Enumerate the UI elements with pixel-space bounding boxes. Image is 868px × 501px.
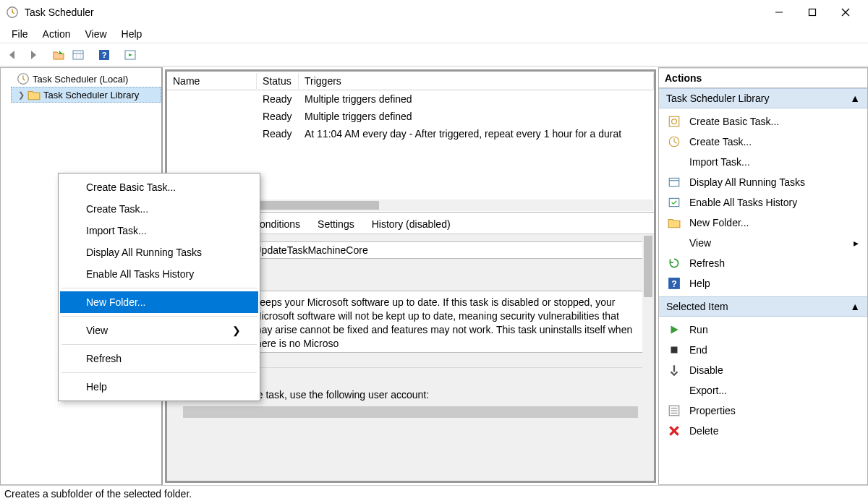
task-row[interactable]: Ready At 11:04 AM every day - After trig… xyxy=(167,125,654,142)
context-new-folder[interactable]: New Folder... xyxy=(60,291,258,313)
context-separator xyxy=(61,372,257,373)
svg-text:?: ? xyxy=(102,51,107,59)
actions-section-library[interactable]: Task Scheduler Library ▲ xyxy=(659,88,867,108)
actions-pane: Actions Task Scheduler Library ▲ Create … xyxy=(658,67,868,485)
folder-icon xyxy=(27,89,41,100)
action-view[interactable]: View▸ xyxy=(659,233,867,253)
context-menu: Create Basic Task... Create Task... Impo… xyxy=(58,173,260,401)
tree-root[interactable]: Task Scheduler (Local) xyxy=(1,71,161,87)
svg-rect-21 xyxy=(671,347,678,354)
tree-pane: Task Scheduler (Local) ❯ Task Scheduler … xyxy=(0,67,163,485)
status-bar: Creates a subfolder of the selected fold… xyxy=(0,485,868,501)
action-end[interactable]: End xyxy=(659,340,867,360)
end-icon xyxy=(668,343,681,356)
svg-rect-2 xyxy=(809,9,816,16)
context-separator xyxy=(61,344,257,345)
close-button[interactable] xyxy=(829,2,862,22)
help-icon: ? xyxy=(668,277,681,290)
context-import-task[interactable]: Import Task... xyxy=(60,220,258,241)
menu-file[interactable]: File xyxy=(4,26,35,42)
tree-library[interactable]: ❯ Task Scheduler Library xyxy=(11,87,161,103)
tab-settings[interactable]: Settings xyxy=(310,214,362,234)
task-row[interactable]: Ready Multiple triggers defined xyxy=(167,108,654,125)
toolbar: ? xyxy=(0,43,868,67)
app-icon xyxy=(6,6,19,19)
svg-text:?: ? xyxy=(671,279,677,289)
context-enable-history[interactable]: Enable All Tasks History xyxy=(60,263,258,285)
menu-view[interactable]: View xyxy=(77,26,114,42)
context-separator xyxy=(61,288,257,288)
action-new-folder[interactable]: New Folder... xyxy=(659,213,867,233)
description-value: Keeps your Microsoft software up to date… xyxy=(248,291,645,353)
display-running-icon xyxy=(668,176,681,189)
context-view[interactable]: View❯ xyxy=(60,320,258,341)
col-status[interactable]: Status xyxy=(257,73,299,89)
toolbar-folder-button[interactable] xyxy=(50,46,67,64)
action-enable-history[interactable]: Enable All Tasks History xyxy=(659,192,867,213)
chevron-right-icon[interactable]: ❯ xyxy=(16,90,26,100)
collapse-icon: ▲ xyxy=(850,93,860,104)
tab-history[interactable]: History (disabled) xyxy=(364,214,459,234)
tree-library-label: Task Scheduler Library xyxy=(43,90,139,100)
action-refresh[interactable]: Refresh xyxy=(659,253,867,273)
blank-icon xyxy=(668,236,681,249)
titlebar: Task Scheduler xyxy=(0,0,868,25)
disable-icon xyxy=(668,364,681,377)
context-display-running[interactable]: Display All Running Tasks xyxy=(60,241,258,263)
toolbar-help-button[interactable]: ? xyxy=(95,46,113,64)
status-text: Creates a subfolder of the selected fold… xyxy=(4,488,192,500)
col-name[interactable]: Name xyxy=(167,73,257,89)
menu-action[interactable]: Action xyxy=(35,26,78,42)
task-row[interactable]: Ready Multiple triggers defined xyxy=(167,90,654,108)
properties-icon xyxy=(668,404,681,417)
context-refresh[interactable]: Refresh xyxy=(60,348,258,369)
horizontal-scrollbar[interactable] xyxy=(183,406,638,418)
toolbar-calendar-button[interactable] xyxy=(69,46,87,64)
refresh-icon xyxy=(668,257,681,270)
context-create-basic-task[interactable]: Create Basic Task... xyxy=(60,176,258,198)
menu-help[interactable]: Help xyxy=(114,26,150,42)
actions-section-selected[interactable]: Selected Item ▲ xyxy=(659,296,867,317)
tree-root-label: Task Scheduler (Local) xyxy=(33,74,128,85)
action-create-basic-task[interactable]: Create Basic Task... xyxy=(659,111,867,132)
action-create-task[interactable]: Create Task... xyxy=(659,132,867,152)
minimize-button[interactable] xyxy=(762,2,796,22)
create-basic-task-icon xyxy=(668,115,681,128)
toolbar-runtask-button[interactable] xyxy=(122,46,139,64)
svg-rect-18 xyxy=(669,198,679,206)
enable-history-icon xyxy=(668,196,681,209)
svg-rect-13 xyxy=(669,116,679,127)
chevron-right-icon: ❯ xyxy=(232,325,241,336)
col-triggers[interactable]: Triggers xyxy=(299,73,654,89)
action-run[interactable]: Run xyxy=(659,320,867,340)
action-disable[interactable]: Disable xyxy=(659,360,867,380)
action-delete[interactable]: Delete xyxy=(659,421,867,441)
blank-icon xyxy=(668,384,681,397)
delete-icon xyxy=(668,424,681,437)
run-icon xyxy=(668,323,681,336)
context-separator xyxy=(61,316,257,317)
actions-pane-header: Actions xyxy=(659,68,867,88)
action-export[interactable]: Export... xyxy=(659,380,867,401)
clock-icon xyxy=(17,73,30,85)
action-import-task[interactable]: Import Task... xyxy=(659,152,867,172)
svg-rect-5 xyxy=(73,51,83,59)
blank-icon xyxy=(668,155,681,168)
window-title: Task Scheduler xyxy=(25,7,94,18)
nav-back-button[interactable] xyxy=(4,46,22,64)
context-create-task[interactable]: Create Task... xyxy=(60,198,258,220)
action-display-running[interactable]: Display All Running Tasks xyxy=(659,172,867,192)
vertical-scrollbar[interactable] xyxy=(642,234,654,481)
chevron-right-icon: ▸ xyxy=(854,237,859,249)
create-task-icon xyxy=(668,135,681,148)
task-list-header: Name Status Triggers xyxy=(167,72,654,90)
collapse-icon: ▲ xyxy=(850,301,860,312)
action-properties[interactable]: Properties xyxy=(659,401,867,421)
maximize-button[interactable] xyxy=(796,2,829,22)
menubar: File Action View Help xyxy=(0,25,868,43)
nav-forward-button[interactable] xyxy=(24,46,41,64)
context-help[interactable]: Help xyxy=(60,376,258,398)
folder-icon xyxy=(668,216,681,229)
svg-rect-16 xyxy=(669,178,679,186)
action-help[interactable]: ?Help xyxy=(659,273,867,294)
